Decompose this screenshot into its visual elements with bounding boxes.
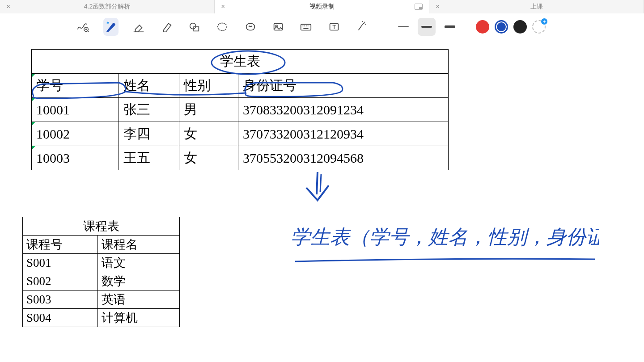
cell: 计算机 bbox=[98, 309, 180, 327]
table-header-row: 课程号 课程名 bbox=[23, 236, 180, 254]
cell: 370733200312120934 bbox=[238, 122, 449, 146]
cell: S003 bbox=[23, 290, 98, 309]
course-table: 课程表 课程号 课程名 S001语文 S002数学 S003英语 S004计算机 bbox=[22, 217, 180, 327]
svg-line-1 bbox=[88, 30, 89, 32]
svg-text:T: T bbox=[332, 23, 336, 30]
svg-text:学生表（学号，姓名，性别，身份证号）: 学生表（学号，姓名，性别，身份证号） bbox=[291, 226, 599, 248]
cell: 男 bbox=[179, 98, 238, 122]
close-icon[interactable]: × bbox=[221, 3, 225, 11]
table-row: 10002 李四 女 370733200312120934 bbox=[32, 122, 449, 146]
header-cell: 课程号 bbox=[23, 236, 98, 254]
table-row: 10003 王五 女 370553200312094568 bbox=[32, 146, 449, 170]
color-red[interactable] bbox=[476, 20, 489, 34]
table-row: 10001 张三 男 370833200312091234 bbox=[32, 98, 449, 122]
laser-tool[interactable] bbox=[354, 18, 369, 36]
cell: S001 bbox=[23, 254, 98, 272]
cell: 10002 bbox=[36, 126, 70, 141]
svg-point-8 bbox=[218, 23, 227, 30]
tab-class[interactable]: × 上课 bbox=[429, 0, 644, 13]
color-group bbox=[476, 20, 546, 34]
header-cell: 身份证号 bbox=[238, 74, 449, 98]
cell: 370833200312091234 bbox=[238, 98, 449, 122]
header-cell: 性别 bbox=[179, 74, 238, 98]
svg-text:✱: ✱ bbox=[106, 21, 109, 25]
stroke-thin[interactable] bbox=[394, 18, 412, 36]
cell: S004 bbox=[23, 309, 98, 327]
header-cell: 姓名 bbox=[119, 74, 179, 98]
svg-rect-10 bbox=[274, 23, 283, 30]
tab-bar: × 4.2函数部分解析 × 视频录制 × 上课 bbox=[0, 0, 644, 13]
color-black[interactable] bbox=[513, 20, 527, 34]
student-table: 学生表 学号 姓名 性别 身份证号 10001 张三 男 37083320031… bbox=[31, 49, 449, 170]
sticker-tool[interactable] bbox=[242, 18, 258, 36]
cell: 语文 bbox=[98, 254, 180, 272]
color-add[interactable] bbox=[532, 20, 546, 34]
table-row: S002数学 bbox=[23, 272, 180, 290]
close-icon[interactable]: × bbox=[6, 3, 10, 11]
table-row: S003英语 bbox=[23, 290, 180, 309]
pen-tool[interactable]: ✱ bbox=[103, 18, 119, 36]
shapes-tool[interactable] bbox=[187, 18, 202, 36]
canvas[interactable]: 学生表 学号 姓名 性别 身份证号 10001 张三 男 37083320031… bbox=[0, 40, 644, 362]
table-row: S001语文 bbox=[23, 254, 180, 272]
cell: 英语 bbox=[98, 290, 180, 309]
cell: 数学 bbox=[98, 272, 180, 290]
image-tool[interactable] bbox=[271, 18, 286, 36]
tab-label: 4.2函数部分解析 bbox=[84, 3, 130, 11]
svg-rect-12 bbox=[301, 24, 311, 30]
lasso-tool[interactable] bbox=[215, 18, 230, 36]
close-icon[interactable]: × bbox=[436, 3, 440, 11]
cell: 女 bbox=[179, 122, 238, 146]
annotation-handwriting: 学生表（学号，姓名，性别，身份证号） bbox=[286, 217, 599, 270]
cell: 王五 bbox=[119, 146, 179, 170]
tab-label: 上课 bbox=[530, 3, 543, 11]
stroke-width-group bbox=[394, 18, 459, 36]
cell: 10001 bbox=[36, 102, 70, 117]
header-cell: 课程名 bbox=[98, 236, 180, 254]
svg-point-6 bbox=[190, 23, 196, 29]
cell: S002 bbox=[23, 272, 98, 290]
header-cell: 学号 bbox=[36, 78, 63, 93]
zoom-tool[interactable] bbox=[75, 18, 90, 36]
pip-icon[interactable] bbox=[415, 4, 423, 10]
tab-video-record[interactable]: × 视频录制 bbox=[215, 0, 429, 13]
highlighter-tool[interactable] bbox=[159, 18, 174, 36]
table-title: 学生表 bbox=[32, 50, 449, 74]
cell: 370553200312094568 bbox=[238, 146, 449, 170]
color-blue[interactable] bbox=[495, 20, 508, 34]
tab-label: 视频录制 bbox=[309, 3, 335, 11]
cell: 10003 bbox=[36, 151, 70, 165]
svg-rect-7 bbox=[194, 27, 199, 31]
annotation-arrow bbox=[300, 170, 335, 206]
keyboard-tool[interactable] bbox=[298, 18, 314, 36]
cell: 李四 bbox=[119, 122, 179, 146]
text-tool[interactable]: T bbox=[326, 18, 341, 36]
toolbar: ✱ T bbox=[0, 13, 644, 40]
stroke-medium[interactable] bbox=[418, 18, 436, 36]
svg-point-20 bbox=[363, 23, 364, 24]
tab-functions[interactable]: × 4.2函数部分解析 bbox=[0, 0, 215, 13]
stroke-thick[interactable] bbox=[441, 18, 459, 36]
svg-line-21 bbox=[364, 21, 365, 22]
table-row: S004计算机 bbox=[23, 309, 180, 327]
cell: 女 bbox=[179, 146, 238, 170]
eraser-tool[interactable] bbox=[131, 18, 146, 36]
table-title: 课程表 bbox=[23, 217, 180, 236]
cell: 张三 bbox=[119, 98, 179, 122]
table-header-row: 学号 姓名 性别 身份证号 bbox=[32, 74, 449, 98]
